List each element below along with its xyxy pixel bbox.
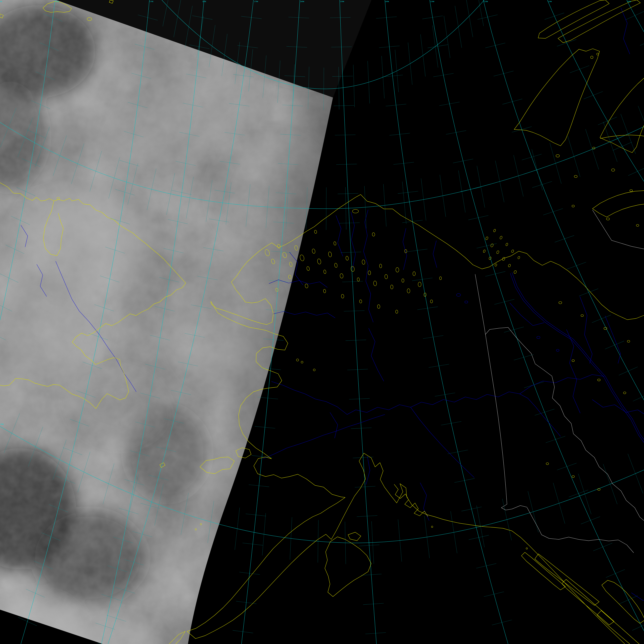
river-path (510, 273, 644, 483)
minor-parallel-tick (485, 271, 505, 276)
minor-parallel-tick (593, 543, 612, 551)
lake-outline-yellow (333, 241, 336, 245)
coastline-path (394, 484, 428, 516)
lake-outline-yellow (299, 254, 305, 261)
minor-meridian-tick (495, 161, 504, 202)
lake-outline-yellow (572, 205, 574, 207)
lake-outline-yellow (314, 230, 317, 234)
minor-meridian-tick (466, 0, 473, 37)
minor-parallel-tick (504, 327, 524, 332)
lake-outline-yellow (359, 300, 362, 303)
lake-outline-yellow (373, 281, 377, 286)
minor-meridian-tick (424, 516, 430, 558)
river-path (433, 241, 437, 268)
lake-outline-yellow (511, 249, 514, 253)
graticule-label-left: 60N (1, 423, 3, 425)
minor-parallel-tick (567, 262, 586, 269)
minor-parallel-tick (626, 11, 644, 20)
lake-outline-yellow (556, 155, 560, 157)
small-island (526, 548, 528, 549)
minor-parallel-tick (569, 490, 588, 497)
graticule-label-top: 160E (55, 1, 59, 2)
minor-meridian-tick (421, 178, 426, 221)
lake-outline-yellow (606, 218, 609, 220)
minor-parallel-tick (478, 15, 498, 19)
coastline-path (600, 52, 644, 153)
minor-parallel-tick (606, 569, 625, 578)
minor-meridian-tick (262, 513, 266, 555)
coastline-path (187, 453, 644, 644)
lake-outline-yellow (485, 236, 489, 240)
river-path (403, 228, 407, 270)
minor-parallel-tick (613, 142, 632, 150)
minor-parallel-tick (535, 409, 554, 415)
border-path (475, 274, 527, 510)
lake-outline-yellow (499, 236, 503, 240)
minor-parallel-tick (522, 154, 541, 160)
lake-outline-yellow (305, 284, 308, 288)
lake-outline-yellow (385, 274, 388, 279)
lake-outline-yellow (306, 266, 310, 271)
lake-outline-yellow (496, 250, 499, 254)
minor-meridian-tick (603, 464, 617, 504)
minor-parallel-tick (545, 13, 564, 19)
lake-outline-yellow (317, 259, 321, 264)
lake-outline-yellow (351, 266, 355, 272)
lake-outline-yellow (505, 243, 508, 246)
minor-meridian-tick (433, 26, 438, 68)
political-borders-layer (475, 159, 644, 576)
swath-limb-shading (0, 0, 374, 644)
meridian-line-130W (430, 0, 644, 644)
minor-parallel-tick (581, 517, 600, 524)
coastline-path (535, 554, 599, 605)
minor-meridian-tick (458, 171, 465, 213)
minor-meridian-tick (368, 61, 370, 104)
lake-outline-yellow (546, 463, 549, 465)
lake-outline-yellow (340, 273, 344, 278)
river-path (369, 328, 384, 381)
lake-outline-yellow (581, 315, 583, 317)
lake-outline-yellow (368, 271, 371, 275)
river-path (520, 375, 604, 394)
lake-outline-yellow (623, 392, 626, 394)
minor-parallel-tick (640, 37, 644, 46)
lake-outline-yellow (312, 249, 315, 254)
minor-meridian-tick (477, 166, 485, 207)
minor-parallel-tick (514, 354, 534, 360)
minor-parallel-tick (605, 341, 624, 349)
lake-outline-yellow (514, 270, 517, 274)
small-island (591, 56, 593, 59)
small-island (296, 359, 299, 361)
lake-outline-yellow (630, 190, 633, 192)
lake-outline-yellow (508, 264, 511, 267)
coastline-path (521, 552, 565, 590)
small-island (313, 369, 315, 371)
lake-outline-yellow (396, 310, 398, 313)
minor-meridian-tick (408, 43, 412, 85)
lake-outline-yellow (341, 294, 344, 298)
minor-parallel-tick (502, 99, 522, 104)
lake-outline-yellow (334, 263, 338, 268)
lake-outline-yellow (598, 379, 600, 381)
minor-meridian-tick (502, 499, 511, 540)
border-path (527, 507, 634, 553)
minor-meridian-tick (421, 34, 425, 77)
satellite-map-viewport[interactable]: 0E160E170E180E170W160W150W140W130W120W11… (0, 0, 644, 644)
minor-parallel-tick (428, 45, 448, 48)
minor-parallel-tick (628, 167, 644, 176)
border-path (592, 210, 644, 251)
river-path (621, 8, 630, 54)
lake-outline-yellow (439, 277, 442, 280)
graticule-label-top: 170E (149, 1, 153, 2)
graticule-label-top: 180E (202, 1, 206, 2)
minor-meridian-tick (568, 136, 580, 177)
river-path (272, 382, 561, 436)
minor-meridian-tick (326, 187, 326, 230)
minor-parallel-tick (477, 244, 497, 248)
graticule-label-top: 120W (484, 1, 488, 2)
minor-meridian-tick (235, 508, 240, 550)
lake-outline-blue (556, 349, 559, 351)
minor-parallel-tick (423, 336, 443, 339)
meridian-line-150W (340, 0, 387, 644)
minor-parallel-tick (412, 278, 432, 281)
